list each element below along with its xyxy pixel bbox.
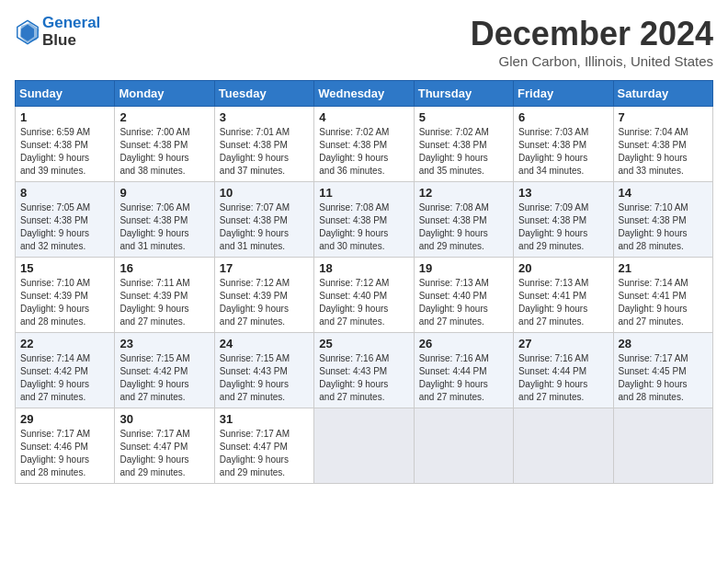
day-info: Sunrise: 7:17 AM Sunset: 4:47 PM Dayligh…	[220, 428, 309, 479]
day-number: 29	[20, 412, 109, 426]
calendar-cell: 18Sunrise: 7:12 AM Sunset: 4:40 PM Dayli…	[314, 258, 414, 333]
day-number: 11	[319, 186, 408, 200]
calendar-cell: 4Sunrise: 7:02 AM Sunset: 4:38 PM Daylig…	[314, 107, 414, 182]
calendar-cell: 30Sunrise: 7:17 AM Sunset: 4:47 PM Dayli…	[115, 408, 214, 484]
day-number: 17	[220, 261, 309, 275]
day-header-tuesday: Tuesday	[214, 81, 313, 107]
calendar-cell	[414, 408, 513, 484]
day-header-saturday: Saturday	[613, 81, 712, 107]
day-info: Sunrise: 7:00 AM Sunset: 4:38 PM Dayligh…	[119, 126, 209, 178]
day-info: Sunrise: 7:10 AM Sunset: 4:38 PM Dayligh…	[619, 201, 708, 253]
day-info: Sunrise: 7:16 AM Sunset: 4:44 PM Dayligh…	[518, 352, 608, 404]
day-info: Sunrise: 7:08 AM Sunset: 4:38 PM Dayligh…	[319, 201, 408, 253]
calendar-cell: 12Sunrise: 7:08 AM Sunset: 4:38 PM Dayli…	[414, 182, 513, 258]
day-number: 2	[119, 110, 209, 124]
day-number: 23	[119, 337, 209, 350]
logo-general: General	[42, 14, 100, 31]
calendar-cell: 23Sunrise: 7:15 AM Sunset: 4:42 PM Dayli…	[115, 333, 214, 408]
calendar-cell: 31Sunrise: 7:17 AM Sunset: 4:47 PM Dayli…	[214, 408, 313, 484]
day-number: 4	[319, 110, 408, 124]
day-info: Sunrise: 7:05 AM Sunset: 4:38 PM Dayligh…	[20, 201, 109, 253]
day-info: Sunrise: 7:04 AM Sunset: 4:38 PM Dayligh…	[619, 126, 708, 178]
day-number: 26	[419, 337, 508, 350]
day-number: 28	[619, 337, 708, 350]
day-info: Sunrise: 7:07 AM Sunset: 4:38 PM Dayligh…	[220, 201, 309, 253]
day-number: 25	[319, 337, 408, 350]
day-info: Sunrise: 7:17 AM Sunset: 4:46 PM Dayligh…	[20, 428, 109, 479]
day-info: Sunrise: 7:15 AM Sunset: 4:42 PM Dayligh…	[119, 352, 209, 404]
day-info: Sunrise: 7:14 AM Sunset: 4:41 PM Dayligh…	[619, 277, 708, 328]
calendar-cell: 1Sunrise: 6:59 AM Sunset: 4:38 PM Daylig…	[16, 107, 115, 182]
calendar-cell: 7Sunrise: 7:04 AM Sunset: 4:38 PM Daylig…	[613, 107, 712, 182]
logo: General Blue	[15, 15, 100, 49]
day-number: 18	[319, 261, 408, 275]
calendar-week-2: 8Sunrise: 7:05 AM Sunset: 4:38 PM Daylig…	[16, 182, 713, 258]
calendar-cell: 25Sunrise: 7:16 AM Sunset: 4:43 PM Dayli…	[314, 333, 414, 408]
day-info: Sunrise: 7:06 AM Sunset: 4:38 PM Dayligh…	[119, 201, 209, 253]
day-number: 19	[419, 261, 508, 275]
day-info: Sunrise: 6:59 AM Sunset: 4:38 PM Dayligh…	[20, 126, 109, 178]
day-header-monday: Monday	[115, 81, 214, 107]
calendar-cell: 22Sunrise: 7:14 AM Sunset: 4:42 PM Dayli…	[16, 333, 115, 408]
day-number: 21	[619, 261, 708, 275]
day-info: Sunrise: 7:10 AM Sunset: 4:39 PM Dayligh…	[20, 277, 109, 328]
calendar-cell: 10Sunrise: 7:07 AM Sunset: 4:38 PM Dayli…	[214, 182, 313, 258]
day-number: 24	[220, 337, 309, 350]
calendar-week-4: 22Sunrise: 7:14 AM Sunset: 4:42 PM Dayli…	[16, 333, 713, 408]
calendar-cell: 14Sunrise: 7:10 AM Sunset: 4:38 PM Dayli…	[613, 182, 712, 258]
day-number: 27	[518, 337, 608, 350]
day-number: 1	[20, 110, 109, 124]
month-title: December 2024	[471, 15, 713, 53]
day-number: 31	[220, 412, 309, 426]
day-number: 15	[20, 261, 109, 275]
day-number: 6	[518, 110, 608, 124]
day-number: 16	[119, 261, 209, 275]
calendar-week-5: 29Sunrise: 7:17 AM Sunset: 4:46 PM Dayli…	[16, 408, 713, 484]
day-number: 12	[419, 186, 508, 200]
day-number: 30	[119, 412, 209, 426]
calendar-cell: 2Sunrise: 7:00 AM Sunset: 4:38 PM Daylig…	[115, 107, 214, 182]
day-number: 20	[518, 261, 608, 275]
title-block: December 2024 Glen Carbon, Illinois, Uni…	[471, 15, 713, 69]
calendar-cell	[314, 408, 414, 484]
day-info: Sunrise: 7:02 AM Sunset: 4:38 PM Dayligh…	[319, 126, 408, 178]
calendar-cell: 15Sunrise: 7:10 AM Sunset: 4:39 PM Dayli…	[16, 258, 115, 333]
day-header-friday: Friday	[514, 81, 613, 107]
calendar-cell: 9Sunrise: 7:06 AM Sunset: 4:38 PM Daylig…	[115, 182, 214, 258]
day-info: Sunrise: 7:13 AM Sunset: 4:40 PM Dayligh…	[419, 277, 508, 328]
day-header-sunday: Sunday	[16, 81, 115, 107]
calendar-cell: 19Sunrise: 7:13 AM Sunset: 4:40 PM Dayli…	[414, 258, 513, 333]
day-info: Sunrise: 7:16 AM Sunset: 4:43 PM Dayligh…	[319, 352, 408, 404]
calendar-cell: 21Sunrise: 7:14 AM Sunset: 4:41 PM Dayli…	[613, 258, 712, 333]
day-info: Sunrise: 7:12 AM Sunset: 4:39 PM Dayligh…	[220, 277, 309, 328]
day-number: 22	[20, 337, 109, 350]
day-info: Sunrise: 7:14 AM Sunset: 4:42 PM Dayligh…	[20, 352, 109, 404]
day-number: 7	[619, 110, 708, 124]
day-info: Sunrise: 7:03 AM Sunset: 4:38 PM Dayligh…	[518, 126, 608, 178]
logo-blue: Blue	[42, 31, 76, 49]
calendar-cell: 5Sunrise: 7:02 AM Sunset: 4:38 PM Daylig…	[414, 107, 513, 182]
day-number: 10	[220, 186, 309, 200]
calendar-table: SundayMondayTuesdayWednesdayThursdayFrid…	[15, 80, 713, 484]
calendar-cell: 28Sunrise: 7:17 AM Sunset: 4:45 PM Dayli…	[613, 333, 712, 408]
calendar-cell: 24Sunrise: 7:15 AM Sunset: 4:43 PM Dayli…	[214, 333, 313, 408]
day-info: Sunrise: 7:08 AM Sunset: 4:38 PM Dayligh…	[419, 201, 508, 253]
calendar-cell: 3Sunrise: 7:01 AM Sunset: 4:38 PM Daylig…	[214, 107, 313, 182]
day-number: 9	[119, 186, 209, 200]
calendar-cell: 6Sunrise: 7:03 AM Sunset: 4:38 PM Daylig…	[514, 107, 613, 182]
logo-icon	[15, 19, 40, 45]
calendar-header: SundayMondayTuesdayWednesdayThursdayFrid…	[16, 81, 713, 107]
calendar-cell	[514, 408, 613, 484]
calendar-cell: 16Sunrise: 7:11 AM Sunset: 4:39 PM Dayli…	[115, 258, 214, 333]
day-number: 3	[220, 110, 309, 124]
day-info: Sunrise: 7:01 AM Sunset: 4:38 PM Dayligh…	[220, 126, 309, 178]
day-number: 14	[619, 186, 708, 200]
calendar-cell: 8Sunrise: 7:05 AM Sunset: 4:38 PM Daylig…	[16, 182, 115, 258]
day-header-thursday: Thursday	[414, 81, 513, 107]
day-info: Sunrise: 7:11 AM Sunset: 4:39 PM Dayligh…	[119, 277, 209, 328]
calendar-cell	[613, 408, 712, 484]
calendar-cell: 27Sunrise: 7:16 AM Sunset: 4:44 PM Dayli…	[514, 333, 613, 408]
day-header-wednesday: Wednesday	[314, 81, 414, 107]
day-info: Sunrise: 7:13 AM Sunset: 4:41 PM Dayligh…	[518, 277, 608, 328]
calendar-cell: 29Sunrise: 7:17 AM Sunset: 4:46 PM Dayli…	[16, 408, 115, 484]
